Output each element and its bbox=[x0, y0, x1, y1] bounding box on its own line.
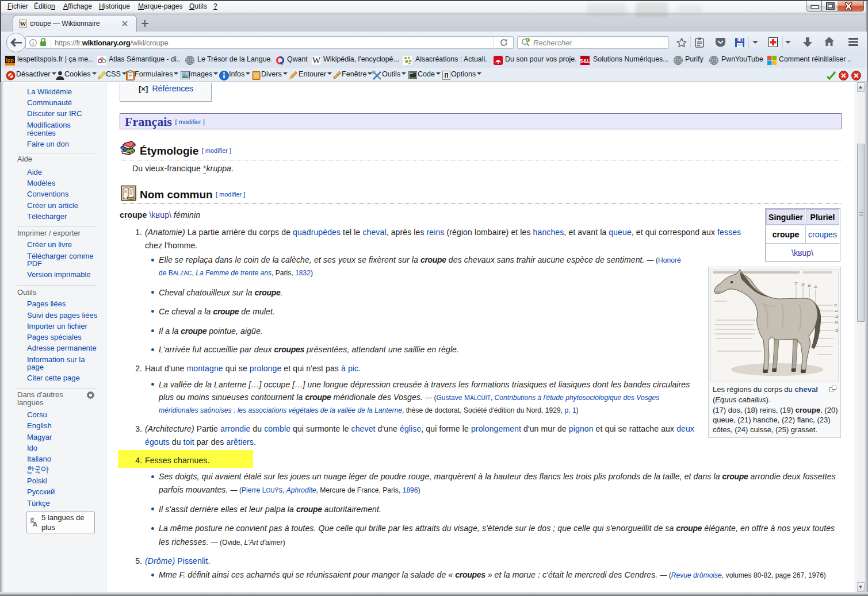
svg-text:18: 18 bbox=[801, 283, 805, 286]
svg-text:22: 22 bbox=[835, 309, 838, 313]
svg-text:W: W bbox=[20, 20, 26, 27]
svg-text:17: 17 bbox=[794, 282, 798, 285]
svg-text:21: 21 bbox=[834, 303, 838, 307]
svg-text:24: 24 bbox=[835, 321, 838, 324]
svg-text:lpp: lpp bbox=[6, 57, 14, 63]
svg-text:A: A bbox=[33, 521, 37, 527]
svg-text:23: 23 bbox=[835, 315, 838, 318]
svg-text:19: 19 bbox=[808, 284, 811, 287]
svg-text:20: 20 bbox=[814, 285, 817, 289]
svg-text:25: 25 bbox=[835, 329, 838, 332]
svg-text:S&L: S&L bbox=[580, 58, 590, 64]
svg-text:W: W bbox=[312, 56, 321, 65]
